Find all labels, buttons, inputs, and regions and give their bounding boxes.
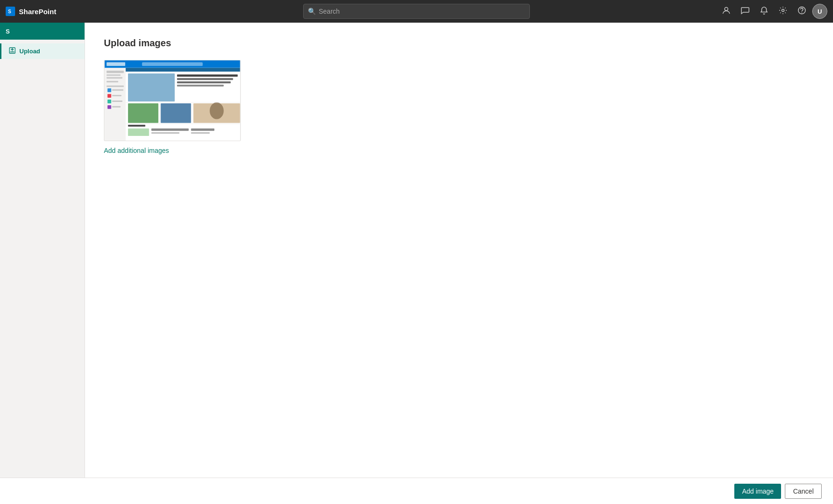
sidebar-item-upload[interactable]: Upload: [0, 43, 85, 59]
app-logo: S SharePoint: [6, 7, 56, 16]
svg-rect-33: [128, 103, 158, 123]
sidebar-nav: Upload: [0, 40, 85, 63]
app-name-label: SharePoint: [19, 8, 56, 16]
content-area: Upload images: [85, 23, 833, 504]
bottom-action-bar: Add image Cancel: [0, 478, 833, 504]
svg-rect-30: [177, 78, 233, 80]
people-icon-button[interactable]: [718, 3, 735, 20]
svg-rect-42: [191, 132, 210, 134]
svg-rect-34: [161, 103, 191, 123]
topbar-actions: U: [718, 3, 827, 20]
add-additional-images-link[interactable]: Add additional images: [104, 147, 814, 154]
settings-icon: [779, 6, 787, 17]
sidebar: S Upload: [0, 23, 85, 504]
svg-rect-28: [128, 74, 175, 101]
notifications-icon: [760, 6, 768, 17]
page-title: Upload images: [104, 38, 814, 49]
svg-rect-12: [107, 71, 124, 73]
svg-rect-18: [112, 89, 124, 91]
svg-rect-26: [126, 68, 240, 72]
svg-rect-20: [112, 95, 122, 96]
notifications-icon-button[interactable]: [756, 3, 773, 20]
search-icon: 🔍: [308, 8, 316, 15]
chat-icon-button[interactable]: [737, 3, 754, 20]
svg-rect-17: [108, 88, 111, 92]
chat-icon: [741, 6, 749, 17]
svg-rect-23: [108, 105, 111, 109]
help-icon-button[interactable]: [793, 3, 810, 20]
image-preview-container: Add additional images: [104, 60, 814, 154]
sidebar-brand-label: S: [6, 28, 10, 35]
svg-point-2: [725, 8, 728, 11]
svg-rect-40: [152, 132, 179, 134]
svg-rect-24: [112, 106, 121, 108]
svg-rect-19: [108, 94, 111, 98]
svg-point-36: [210, 102, 224, 119]
uploaded-image-thumbnail[interactable]: [104, 60, 241, 141]
svg-point-5: [801, 12, 802, 13]
app-logo-icon: S: [6, 7, 15, 16]
sidebar-brand-bar: S: [0, 23, 85, 40]
svg-rect-22: [112, 101, 123, 102]
svg-rect-11: [105, 68, 126, 141]
svg-rect-14: [107, 77, 123, 79]
svg-rect-21: [108, 100, 111, 103]
avatar[interactable]: U: [812, 4, 827, 19]
svg-rect-15: [107, 81, 119, 82]
cancel-button[interactable]: Cancel: [785, 484, 822, 499]
topbar: S SharePoint 🔍: [0, 0, 833, 23]
svg-rect-37: [128, 125, 145, 126]
svg-rect-16: [107, 85, 124, 87]
main-layout: S Upload Upload images: [0, 23, 833, 504]
svg-point-3: [782, 9, 784, 12]
svg-rect-31: [177, 81, 231, 83]
svg-rect-38: [128, 128, 149, 136]
add-image-button[interactable]: Add image: [734, 484, 781, 499]
svg-rect-9: [107, 62, 126, 66]
svg-rect-39: [152, 128, 189, 131]
people-icon: [722, 6, 731, 17]
svg-rect-10: [142, 62, 203, 66]
help-icon: [798, 6, 806, 17]
sidebar-upload-label: Upload: [19, 48, 40, 55]
search-input[interactable]: [303, 4, 530, 19]
search-container: 🔍: [303, 4, 530, 19]
svg-rect-13: [107, 75, 121, 76]
settings-icon-button[interactable]: [774, 3, 791, 20]
svg-rect-29: [177, 75, 238, 77]
svg-rect-32: [177, 84, 224, 86]
svg-rect-41: [191, 128, 214, 131]
svg-text:S: S: [8, 9, 11, 14]
upload-icon: [9, 47, 16, 55]
